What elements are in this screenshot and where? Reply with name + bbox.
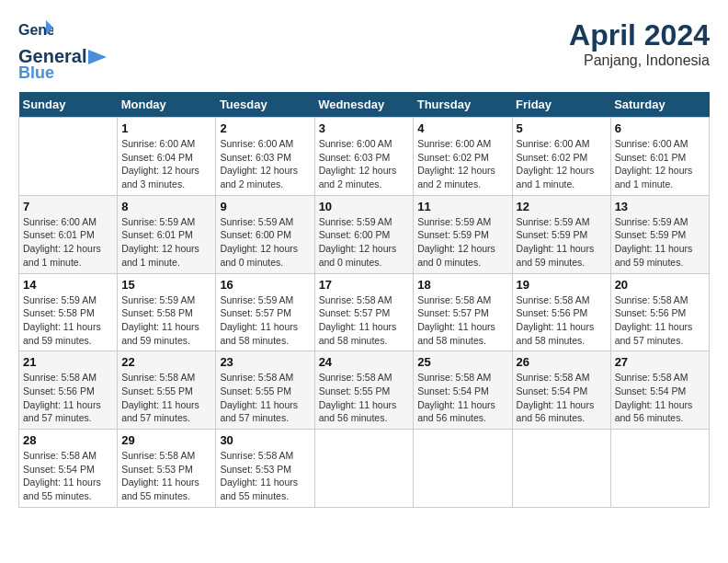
day-info: Sunrise: 6:00 AMSunset: 6:04 PMDaylight:…	[121, 137, 211, 191]
day-number: 26	[517, 355, 607, 369]
table-row: 26Sunrise: 5:58 AMSunset: 5:54 PMDayligh…	[512, 351, 610, 430]
day-info: Sunrise: 5:58 AMSunset: 5:53 PMDaylight:…	[121, 449, 211, 503]
day-number: 25	[417, 355, 507, 369]
day-number: 3	[319, 121, 410, 135]
table-row: 22Sunrise: 5:58 AMSunset: 5:55 PMDayligh…	[118, 351, 216, 430]
day-number: 17	[319, 278, 410, 292]
table-row: 23Sunrise: 5:58 AMSunset: 5:55 PMDayligh…	[216, 351, 314, 430]
day-number: 7	[23, 200, 113, 213]
day-number: 28	[23, 433, 113, 447]
table-row	[512, 430, 610, 508]
calendar-week-row: 14Sunrise: 5:59 AMSunset: 5:58 PMDayligh…	[19, 273, 710, 351]
day-info: Sunrise: 5:58 AMSunset: 5:56 PMDaylight:…	[23, 371, 113, 425]
table-row: 6Sunrise: 6:00 AMSunset: 6:01 PMDaylight…	[610, 118, 709, 196]
calendar-week-row: 1Sunrise: 6:00 AMSunset: 6:04 PMDaylight…	[19, 118, 710, 196]
day-number: 5	[517, 121, 607, 135]
day-number: 19	[517, 278, 607, 292]
day-number: 27	[615, 355, 705, 369]
day-info: Sunrise: 5:59 AMSunset: 5:57 PMDaylight:…	[220, 293, 310, 348]
day-info: Sunrise: 5:58 AMSunset: 5:55 PMDaylight:…	[220, 371, 310, 425]
day-info: Sunrise: 5:58 AMSunset: 5:54 PMDaylight:…	[23, 449, 113, 503]
day-number: 22	[121, 355, 211, 369]
day-number: 12	[517, 200, 607, 213]
day-info: Sunrise: 5:59 AMSunset: 6:00 PMDaylight:…	[319, 215, 410, 270]
table-row	[314, 430, 414, 508]
day-info: Sunrise: 5:58 AMSunset: 5:55 PMDaylight:…	[121, 371, 211, 425]
day-number: 23	[220, 355, 310, 369]
col-wednesday: Wednesday	[314, 92, 414, 118]
table-row: 11Sunrise: 5:59 AMSunset: 5:59 PMDayligh…	[414, 195, 512, 273]
day-info: Sunrise: 5:58 AMSunset: 5:54 PMDaylight:…	[417, 371, 507, 425]
day-number: 10	[319, 200, 410, 213]
day-info: Sunrise: 5:59 AMSunset: 5:59 PMDaylight:…	[615, 215, 705, 270]
day-number: 14	[23, 278, 113, 292]
day-info: Sunrise: 5:58 AMSunset: 5:54 PMDaylight:…	[615, 371, 705, 425]
calendar-week-row: 21Sunrise: 5:58 AMSunset: 5:56 PMDayligh…	[19, 351, 710, 430]
table-row: 16Sunrise: 5:59 AMSunset: 5:57 PMDayligh…	[216, 273, 314, 351]
day-info: Sunrise: 6:00 AMSunset: 6:02 PMDaylight:…	[517, 137, 607, 191]
day-info: Sunrise: 5:58 AMSunset: 5:53 PMDaylight:…	[220, 449, 310, 503]
title-area: April 2024 Panjang, Indonesia	[569, 18, 710, 69]
page-header: General General Blue April 2024 Panjang,…	[18, 18, 710, 83]
day-number: 15	[121, 278, 211, 292]
day-info: Sunrise: 5:59 AMSunset: 6:00 PMDaylight:…	[220, 215, 310, 270]
table-row: 14Sunrise: 5:59 AMSunset: 5:58 PMDayligh…	[19, 273, 118, 351]
table-row: 20Sunrise: 5:58 AMSunset: 5:56 PMDayligh…	[610, 273, 709, 351]
col-thursday: Thursday	[414, 92, 512, 118]
svg-marker-2	[88, 50, 107, 64]
day-info: Sunrise: 6:00 AMSunset: 6:01 PMDaylight:…	[615, 137, 705, 191]
table-row: 30Sunrise: 5:58 AMSunset: 5:53 PMDayligh…	[216, 430, 314, 508]
logo: General General Blue	[18, 18, 108, 83]
day-number: 16	[220, 278, 310, 292]
table-row: 24Sunrise: 5:58 AMSunset: 5:55 PMDayligh…	[314, 351, 414, 430]
day-info: Sunrise: 6:00 AMSunset: 6:03 PMDaylight:…	[220, 137, 310, 191]
table-row: 27Sunrise: 5:58 AMSunset: 5:54 PMDayligh…	[610, 351, 709, 430]
table-row: 13Sunrise: 5:59 AMSunset: 5:59 PMDayligh…	[610, 195, 709, 273]
day-info: Sunrise: 5:59 AMSunset: 5:59 PMDaylight:…	[417, 215, 507, 270]
table-row	[414, 430, 512, 508]
day-number: 21	[23, 355, 113, 369]
col-saturday: Saturday	[610, 92, 709, 118]
day-number: 20	[615, 278, 705, 292]
location-subtitle: Panjang, Indonesia	[569, 52, 710, 69]
day-number: 2	[220, 121, 310, 135]
col-monday: Monday	[118, 92, 216, 118]
day-number: 9	[220, 200, 310, 213]
day-number: 1	[121, 121, 211, 135]
calendar-table: Sunday Monday Tuesday Wednesday Thursday…	[18, 92, 710, 508]
col-friday: Friday	[512, 92, 610, 118]
table-row: 28Sunrise: 5:58 AMSunset: 5:54 PMDayligh…	[19, 430, 118, 508]
month-title: April 2024	[569, 18, 710, 52]
day-number: 13	[615, 200, 705, 213]
day-info: Sunrise: 5:58 AMSunset: 5:56 PMDaylight:…	[517, 293, 607, 348]
day-number: 29	[121, 433, 211, 447]
day-info: Sunrise: 6:00 AMSunset: 6:03 PMDaylight:…	[319, 137, 410, 191]
day-number: 18	[417, 278, 507, 292]
table-row: 29Sunrise: 5:58 AMSunset: 5:53 PMDayligh…	[118, 430, 216, 508]
col-sunday: Sunday	[19, 92, 118, 118]
day-number: 30	[220, 433, 310, 447]
table-row: 9Sunrise: 5:59 AMSunset: 6:00 PMDaylight…	[216, 195, 314, 273]
day-info: Sunrise: 5:58 AMSunset: 5:57 PMDaylight:…	[417, 293, 507, 348]
table-row: 3Sunrise: 6:00 AMSunset: 6:03 PMDaylight…	[314, 118, 414, 196]
table-row: 1Sunrise: 6:00 AMSunset: 6:04 PMDaylight…	[118, 118, 216, 196]
day-number: 4	[417, 121, 507, 135]
col-tuesday: Tuesday	[216, 92, 314, 118]
calendar-week-row: 28Sunrise: 5:58 AMSunset: 5:54 PMDayligh…	[19, 430, 710, 508]
table-row: 8Sunrise: 5:59 AMSunset: 6:01 PMDaylight…	[118, 195, 216, 273]
logo-icon: General	[18, 18, 53, 46]
day-info: Sunrise: 5:58 AMSunset: 5:57 PMDaylight:…	[319, 293, 410, 348]
day-info: Sunrise: 5:59 AMSunset: 6:01 PMDaylight:…	[121, 215, 211, 270]
logo-blue-text: Blue	[18, 63, 54, 83]
table-row	[19, 118, 118, 196]
day-info: Sunrise: 5:58 AMSunset: 5:56 PMDaylight:…	[615, 293, 705, 348]
table-row	[610, 430, 709, 508]
calendar-header-row: Sunday Monday Tuesday Wednesday Thursday…	[19, 92, 710, 118]
day-info: Sunrise: 5:59 AMSunset: 5:59 PMDaylight:…	[517, 215, 607, 270]
calendar-week-row: 7Sunrise: 6:00 AMSunset: 6:01 PMDaylight…	[19, 195, 710, 273]
table-row: 10Sunrise: 5:59 AMSunset: 6:00 PMDayligh…	[314, 195, 414, 273]
table-row: 21Sunrise: 5:58 AMSunset: 5:56 PMDayligh…	[19, 351, 118, 430]
table-row: 15Sunrise: 5:59 AMSunset: 5:58 PMDayligh…	[118, 273, 216, 351]
table-row: 19Sunrise: 5:58 AMSunset: 5:56 PMDayligh…	[512, 273, 610, 351]
day-info: Sunrise: 5:59 AMSunset: 5:58 PMDaylight:…	[121, 293, 211, 348]
